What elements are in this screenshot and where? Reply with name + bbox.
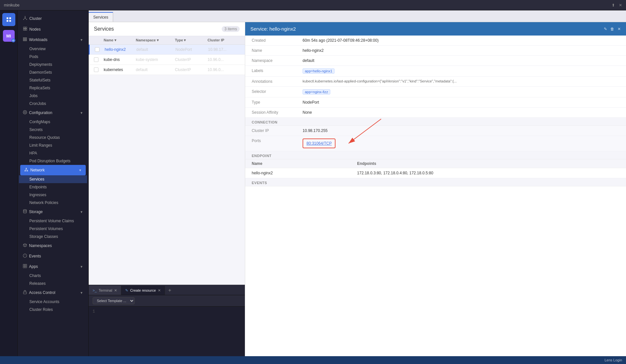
tab-services[interactable]: Services	[89, 12, 113, 22]
row-type: ClusterIP	[175, 57, 208, 62]
ports-link[interactable]: 80:31064/TCP	[306, 141, 332, 146]
table-row[interactable]: hello-nginx2 default NodePort 10.98.17..…	[89, 45, 245, 55]
detail-row-ports: Ports 80:31064/TCP	[245, 136, 626, 151]
row-checkbox[interactable]	[94, 67, 104, 72]
nav-services[interactable]: Services	[19, 175, 87, 183]
nav-events[interactable]: Events	[19, 251, 87, 261]
nav-cronjobs[interactable]: CronJobs	[19, 100, 87, 108]
namespaces-icon	[23, 243, 27, 248]
nav-cluster-roles[interactable]: Cluster Roles	[19, 306, 87, 313]
nav-workloads[interactable]: Workloads ▼	[19, 35, 87, 45]
nav-releases[interactable]: Releases	[19, 280, 87, 287]
detail-panel: Service: hello-nginx2 ✎ 🗑 ✕ Created 60m …	[245, 22, 626, 356]
label-ports: Ports	[252, 138, 297, 143]
access-control-icon	[23, 290, 27, 295]
tab-create-resource[interactable]: ✎ Create resource ✕	[121, 286, 165, 295]
connection-section-title: Connection	[245, 118, 626, 126]
nav-daemonsets[interactable]: DaemonSets	[19, 68, 87, 76]
col-type[interactable]: Type ▾	[175, 38, 208, 42]
events-icon	[23, 254, 27, 259]
nav-ingresses[interactable]: Ingresses	[19, 191, 87, 199]
nav-configuration-label: Configuration	[29, 110, 52, 115]
tab-terminal[interactable]: >_ Terminal ✕	[89, 286, 121, 295]
edit-pencil-icon[interactable]: ✎	[604, 27, 607, 31]
terminal-body[interactable]: 1	[89, 307, 245, 356]
nav-access-control[interactable]: Access Control ▼	[19, 287, 87, 298]
nav-events-label: Events	[29, 254, 41, 258]
label-tag[interactable]: app=hello-nginx1	[303, 68, 335, 74]
selector-tag[interactable]: app=nginx-fizz	[303, 89, 330, 95]
nav-service-accounts[interactable]: Service Accounts	[19, 298, 87, 306]
nav-nodes[interactable]: Nodes	[19, 24, 87, 35]
table-row[interactable]: kubernetes default ClusterIP 10.96.0...	[89, 65, 245, 75]
nav-network-label: Network	[30, 168, 45, 172]
value-ports: 80:31064/TCP	[303, 138, 619, 148]
ports-box[interactable]: 80:31064/TCP	[303, 138, 335, 148]
nav-replicasets[interactable]: ReplicaSets	[19, 84, 87, 92]
lens-login-label[interactable]: Lens Login	[604, 358, 622, 362]
nav-charts[interactable]: Charts	[19, 272, 87, 280]
terminal-icon: >_	[93, 288, 97, 292]
template-selector: Select Template ...	[89, 295, 245, 307]
value-created: 60m 54s ago (2021-07-08T09:46:28+08:00)	[303, 38, 619, 43]
endpoint-col-name: Name	[245, 159, 350, 168]
nav-apps[interactable]: Apps ▼	[19, 261, 87, 272]
table-row[interactable]: kube-dns kube-system ClusterIP 10.96.0..…	[89, 55, 245, 65]
nav-cluster[interactable]: Cluster	[19, 13, 87, 24]
nav-pod-disruption-budgets[interactable]: Pod Disruption Budgets	[19, 157, 87, 165]
svg-point-5	[25, 16, 25, 17]
tab-add-button[interactable]: +	[165, 286, 174, 295]
nav-limit-ranges[interactable]: Limit Ranges	[19, 141, 87, 149]
sidebar-icon-grid[interactable]	[2, 13, 15, 26]
nav-access-control-label: Access Control	[29, 290, 55, 295]
nav-hpa[interactable]: HPA	[19, 149, 87, 157]
terminal-close-icon[interactable]: ✕	[114, 288, 117, 293]
template-select[interactable]: Select Template ...	[93, 297, 135, 304]
nav-secrets[interactable]: Secrets	[19, 126, 87, 134]
detail-row-selector: Selector app=nginx-fizz	[245, 87, 626, 97]
nav-pods[interactable]: Pods	[19, 53, 87, 61]
nav-network-policies[interactable]: Network Policies	[19, 199, 87, 207]
edit-icon: ✎	[125, 288, 128, 293]
nav-pvc[interactable]: Persistent Volume Claims	[19, 217, 87, 225]
label-session-affinity: Session Affinity	[252, 110, 297, 115]
value-namespace: default	[303, 58, 619, 63]
nav-pv[interactable]: Persistent Volumes	[19, 225, 87, 233]
col-cluster-ip: Cluster IP	[208, 38, 240, 42]
nav-deployments[interactable]: Deployments	[19, 61, 87, 68]
endpoint-value: 172.18.0.3:80, 172.18.0.4:80, 172.18.0.5…	[350, 168, 626, 178]
nav-configuration[interactable]: Configuration ▼	[19, 108, 87, 118]
nav-configmaps[interactable]: ConfigMaps	[19, 118, 87, 126]
svg-rect-30	[23, 264, 25, 266]
nav-storage-label: Storage	[29, 210, 43, 214]
col-namespace[interactable]: Namespace ▾	[136, 38, 175, 42]
detail-close-icon[interactable]: ✕	[618, 27, 621, 31]
create-resource-close-icon[interactable]: ✕	[158, 288, 161, 293]
value-name: hello-nginx2	[303, 48, 619, 53]
col-name[interactable]: Name ▾	[104, 38, 136, 42]
row-checkbox[interactable]	[95, 47, 105, 52]
nav-resource-quotas[interactable]: Resource Quotas	[19, 134, 87, 141]
share-icon[interactable]: ⬆	[612, 3, 615, 7]
nav-endpoints[interactable]: Endpoints	[19, 183, 87, 191]
nav-storage[interactable]: Storage ▼	[19, 207, 87, 217]
nav-jobs[interactable]: Jobs	[19, 92, 87, 100]
svg-point-18	[24, 112, 25, 113]
row-checkbox[interactable]	[94, 57, 104, 62]
access-control-chevron: ▼	[80, 291, 83, 295]
close-icon[interactable]: ✕	[619, 3, 622, 7]
nav-storage-classes[interactable]: Storage Classes	[19, 233, 87, 240]
endpoint-table: Name Endpoints hello-nginx2 172.18.0.3:8…	[245, 159, 626, 178]
nav-namespaces[interactable]: Namespaces	[19, 240, 87, 251]
value-selector: app=nginx-fizz	[303, 89, 619, 95]
nav-network[interactable]: Network ▼	[20, 165, 86, 175]
value-cluster-ip: 10.98.170.255	[303, 128, 619, 133]
nav-statefulsets[interactable]: StatefulSets	[19, 76, 87, 84]
workloads-icon	[23, 37, 27, 42]
detail-row-session-affinity: Session Affinity None	[245, 108, 626, 118]
detail-row-cluster-ip: Cluster IP 10.98.170.255	[245, 126, 626, 136]
detail-row-name: Name hello-nginx2	[245, 46, 626, 56]
delete-icon[interactable]: 🗑	[610, 27, 614, 31]
endpoint-col-endpoints: Endpoints	[350, 159, 626, 168]
nav-overview[interactable]: Overview	[19, 45, 87, 53]
